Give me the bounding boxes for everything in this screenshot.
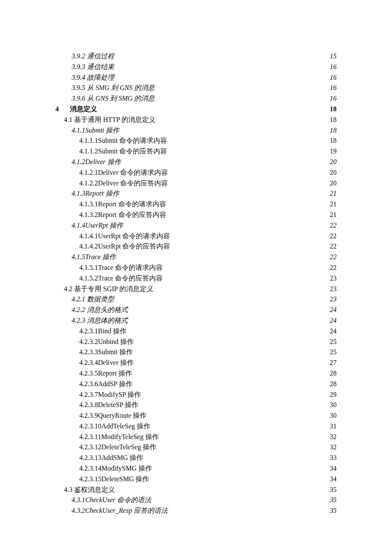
toc-entry-title: 3.9.5 从 SMG 到 GNS 的消息 (72, 83, 155, 93)
toc-entry-page: 22 (330, 231, 337, 242)
toc-entry[interactable]: 4.2.3.5Report 操作28 (79, 368, 337, 379)
toc-entry[interactable]: 4.2.3.11ModifyTeleSeg 操作32 (79, 432, 337, 442)
toc-entry-title: 4.3.1CheckUser 命令的语法 (72, 495, 151, 506)
toc-entry-page: 23 (330, 284, 337, 295)
toc-entry[interactable]: 4.2.3.9QueryRoute 操作30 (79, 410, 337, 421)
toc-entry[interactable]: 4.2 基于专用 SGIP 的消息定义23 (64, 284, 337, 295)
toc-entry-page: 23 (330, 294, 337, 305)
toc-entry-title: 4.2.3.5Report 操作 (79, 368, 132, 379)
toc-entry[interactable]: 4.3.2CheckUser_Resp 应答的语法35 (72, 506, 337, 516)
toc-entry[interactable]: 4.1.5.1Trace 命令的请求内容22 (79, 263, 337, 273)
toc-entry-page: 25 (330, 347, 337, 358)
toc-entry-title: 3.9.3 通信结束 (72, 62, 114, 72)
toc-entry-title: 4.2.1 数据类型 (72, 294, 114, 305)
toc-entry-title: 4.2.3.12DeleteTeleSeg 操作 (79, 442, 156, 453)
toc-entry-page: 20 (330, 168, 337, 178)
toc-entry[interactable]: 3.9.3 通信结束16 (72, 62, 337, 72)
toc-entry[interactable]: 4.1.3.2Report 命令的应答内容21 (79, 210, 337, 220)
toc-entry-page: 30 (330, 400, 337, 410)
toc-entry[interactable]: 4.2.3.13AddSMG 操作33 (79, 453, 337, 463)
toc-entry-page: 20 (330, 157, 337, 168)
toc-entry[interactable]: 4.2.3.15DeleteSMG 操作34 (79, 474, 337, 485)
toc-entry[interactable]: 4.2.3.6AddSP 操作28 (79, 379, 337, 390)
toc-entry-page: 20 (330, 178, 337, 189)
toc-entry[interactable]: 4.2.3.14ModifySMG 操作34 (79, 463, 337, 474)
toc-entry-page: 21 (330, 199, 337, 210)
toc-entry-title: 4.2.3 消息体的格式 (72, 315, 128, 326)
toc-entry-title: 4.1.5.2Trace 命令的应答内容 (79, 273, 163, 284)
toc-entry-page: 21 (330, 188, 337, 199)
toc-entry[interactable]: 4.2.3.3Submit 操作25 (79, 347, 337, 358)
toc-entry-title: 4.2.3.3Submit 操作 (79, 347, 133, 358)
toc-entry[interactable]: 4消息定义18 (55, 104, 337, 115)
toc-entry[interactable]: 4.1.5.2Trace 命令的应答内容23 (79, 273, 337, 284)
toc-entry-page: 25 (330, 337, 337, 347)
toc-entry-title: 3.9.6 从 GNS 到 SMG 的消息 (72, 93, 155, 104)
toc-entry-title: 4.2.3.8DeleteSP 操作 (79, 400, 138, 410)
toc-entry-page: 16 (330, 83, 337, 93)
toc-entry-page: 33 (330, 453, 337, 463)
toc-entry-title: 4.2.3.13AddSMG 操作 (79, 453, 143, 463)
toc-entry[interactable]: 4.1.2Deliver 操作20 (72, 157, 337, 168)
toc-entry-title: 4.3.2CheckUser_Resp 应答的语法 (72, 506, 168, 516)
toc-entry[interactable]: 4.2.3.8DeleteSP 操作30 (79, 400, 337, 410)
toc-entry-title: 4.1.4.2UserRpt 命令的应答内容 (79, 241, 170, 252)
toc-entry-page: 32 (330, 432, 337, 442)
toc-entry-title: 4.1.3.1Report 命令的请求内容 (79, 199, 166, 210)
toc-entry[interactable]: 4.1.1.1Submit 命令的请求内容18 (79, 136, 337, 146)
toc-entry[interactable]: 4.2.2 消息头的格式24 (72, 305, 337, 315)
toc-entry-title: 3.9.2 通信过程 (72, 51, 114, 62)
toc-entry-page: 16 (330, 62, 337, 72)
toc-entry-title: 4.3 鉴权消息定义 (64, 485, 115, 495)
toc-entry[interactable]: 3.9.2 通信过程15 (72, 51, 337, 62)
toc-entry[interactable]: 4.2.3.1Bind 操作24 (79, 326, 337, 337)
toc-entry[interactable]: 4.1 基于通用 HTTP 的消息定义18 (64, 115, 337, 125)
toc-entry-title: 4.1.5Trace 操作 (72, 252, 116, 263)
toc-entry[interactable]: 4.2.3.7ModifySP 操作29 (79, 390, 337, 400)
toc-entry-title: 4.1.5.1Trace 命令的请求内容 (79, 263, 163, 273)
toc-entry[interactable]: 3.9.6 从 GNS 到 SMG 的消息16 (72, 93, 337, 104)
toc-entry-page: 21 (330, 210, 337, 220)
toc-entry-title: 4.2.3.11ModifyTeleSeg 操作 (79, 432, 159, 442)
toc-entry[interactable]: 3.9.4 故障处理16 (72, 72, 337, 83)
toc-entry[interactable]: 4.1.4.1UserRpt 命令的请求内容22 (79, 231, 337, 242)
toc-entry-page: 16 (330, 93, 337, 104)
toc-entry-title: 4.1.4UserRpt 操作 (72, 220, 123, 231)
toc-entry-title: 4.1.4.1UserRpt 命令的请求内容 (79, 231, 170, 242)
toc-entry[interactable]: 4.1.4UserRpt 操作22 (72, 220, 337, 231)
toc-entry-page: 22 (330, 241, 337, 252)
toc-entry-title: 4.2.3.4Deliver 操作 (79, 358, 134, 368)
toc-entry-title: 4.2.2 消息头的格式 (72, 305, 128, 315)
toc-entry-page: 35 (330, 495, 337, 506)
toc-entry[interactable]: 4.3 鉴权消息定义35 (64, 485, 337, 495)
toc-entry[interactable]: 4.1.3.1Report 命令的请求内容21 (79, 199, 337, 210)
toc-entry-title: 4.1.2.1Deliver 命令的请求内容 (79, 168, 168, 178)
toc-entry-title: 4.1 基于通用 HTTP 的消息定义 (64, 115, 156, 125)
toc-entry[interactable]: 4.2.3.4Deliver 操作27 (79, 358, 337, 368)
toc-entry-page: 35 (330, 485, 337, 495)
toc-entry-page: 18 (330, 104, 337, 115)
toc-entry[interactable]: 4.3.1CheckUser 命令的语法35 (72, 495, 337, 506)
toc-entry[interactable]: 3.9.5 从 SMG 到 GNS 的消息16 (72, 83, 337, 93)
toc-entry[interactable]: 4.1.2.1Deliver 命令的请求内容20 (79, 168, 337, 178)
toc-entry-page: 19 (330, 146, 337, 157)
toc-entry[interactable]: 4.2.3.12DeleteTeleSeg 操作32 (79, 442, 337, 453)
toc-entry[interactable]: 4.2.3 消息体的格式24 (72, 315, 337, 326)
toc-entry[interactable]: 4.1.3Report 操作21 (72, 188, 337, 199)
toc-entry[interactable]: 4.1.4.2UserRpt 命令的应答内容22 (79, 241, 337, 252)
toc-entry[interactable]: 4.1.1Submit 操作18 (72, 125, 337, 136)
toc-entry[interactable]: 4.1.5Trace 操作22 (72, 252, 337, 263)
toc-entry[interactable]: 4.1.2.2Deliver 命令的应答内容20 (79, 178, 337, 189)
toc-entry[interactable]: 4.2.3.10AddTeleSeg 操作31 (79, 421, 337, 432)
toc-entry-title: 4.2.3.15DeleteSMG 操作 (79, 474, 149, 485)
toc-entry[interactable]: 4.2.1 数据类型23 (72, 294, 337, 305)
toc-entry-title: 4.2.3.10AddTeleSeg 操作 (79, 421, 150, 432)
toc-entry-page: 34 (330, 463, 337, 474)
toc-entry-title: 4.2.3.7ModifySP 操作 (79, 390, 141, 400)
toc-entry-title: 4.2.3.2Unbind 操作 (79, 337, 134, 347)
toc-entry[interactable]: 4.2.3.2Unbind 操作25 (79, 337, 337, 347)
toc-entry-page: 29 (330, 390, 337, 400)
toc-entry[interactable]: 4.1.1.2Submit 命令的应答内容19 (79, 146, 337, 157)
toc-entry-title: 4.1.2Deliver 操作 (72, 157, 121, 168)
toc-entry-page: 22 (330, 220, 337, 231)
